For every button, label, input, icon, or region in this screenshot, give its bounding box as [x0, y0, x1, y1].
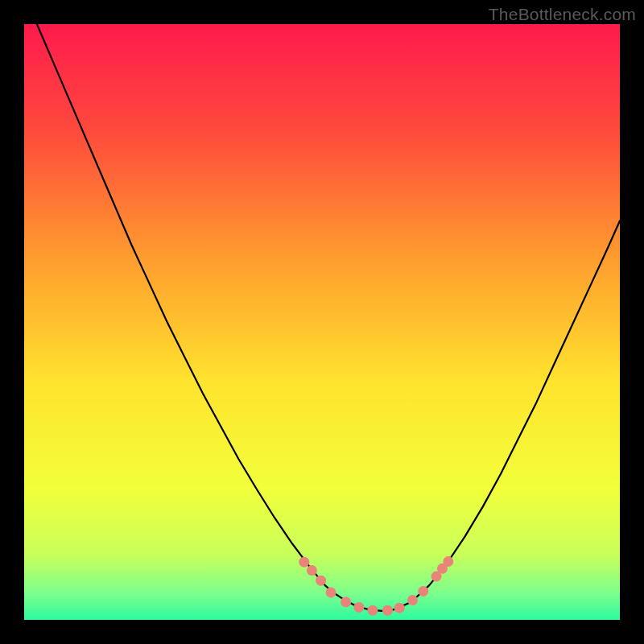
watermark-text: TheBottleneck.com — [489, 5, 636, 24]
gradient-background — [24, 24, 620, 620]
highlight-dot — [394, 603, 405, 613]
highlight-dot — [353, 602, 364, 613]
highlight-dot — [382, 605, 393, 616]
highlight-dot — [407, 595, 418, 605]
plot-area — [24, 24, 620, 620]
highlight-dot — [418, 586, 428, 597]
bottleneck-chart — [24, 24, 620, 620]
highlight-dot — [341, 597, 351, 607]
highlight-dot — [326, 587, 336, 597]
highlight-dot — [299, 557, 309, 568]
highlight-dot — [316, 576, 326, 586]
highlight-dot — [443, 556, 453, 567]
highlight-dot — [367, 605, 378, 616]
highlight-dot — [307, 565, 317, 576]
chart-frame: TheBottleneck.com — [0, 0, 644, 644]
